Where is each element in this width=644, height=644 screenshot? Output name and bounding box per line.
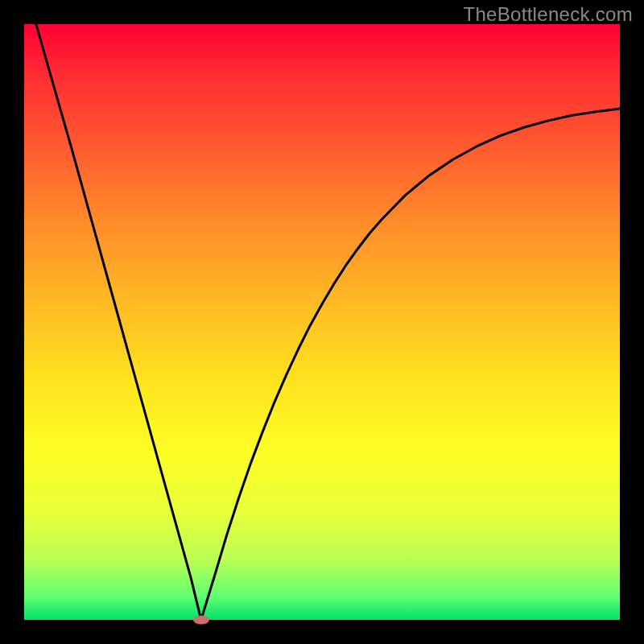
plot-area xyxy=(24,24,620,620)
minimum-marker xyxy=(193,616,209,625)
curve-svg xyxy=(24,24,620,620)
chart-container: TheBottleneck.com xyxy=(0,0,644,644)
watermark-text: TheBottleneck.com xyxy=(463,3,633,26)
bottleneck-curve xyxy=(36,24,620,620)
